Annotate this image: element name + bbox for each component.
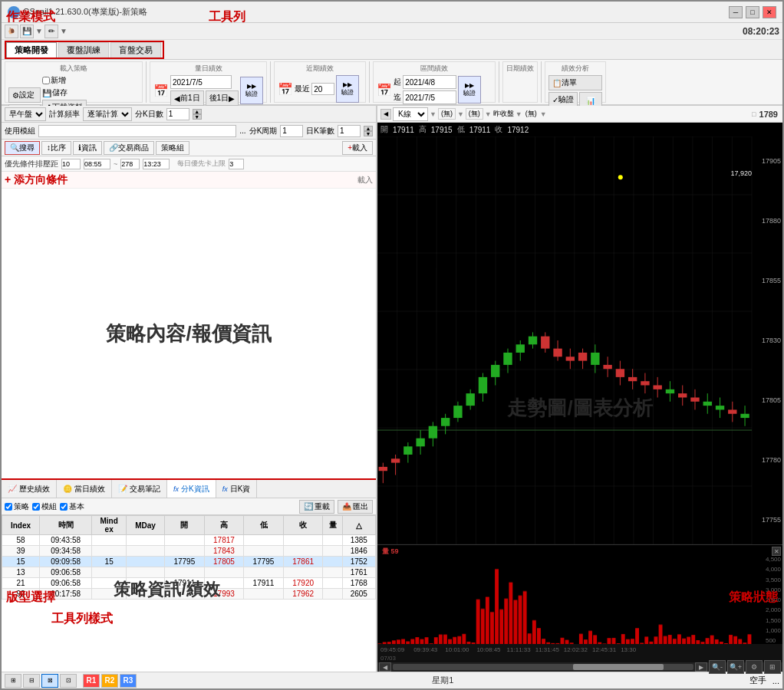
- recent-count-input[interactable]: [311, 83, 334, 95]
- tab-blind-trade[interactable]: 盲盤交易: [110, 42, 161, 58]
- close-val: 17912: [507, 126, 529, 134]
- cond-val1[interactable]: [61, 159, 81, 169]
- tab-trade-notes[interactable]: 📝 交易筆記: [112, 480, 167, 498]
- zoom-in-btn[interactable]: 🔍+: [727, 660, 744, 674]
- cell-mday: [127, 567, 165, 578]
- kline-left-btn[interactable]: ◀: [380, 109, 391, 120]
- config-button[interactable]: ⚙ 設定: [8, 87, 41, 103]
- y-axis: 17905 17880 17855 17830 17805 17780 1775…: [762, 157, 781, 524]
- batch-verify-button[interactable]: ▶▶驗證: [240, 77, 263, 104]
- scroll-right-btn[interactable]: ▶: [695, 662, 707, 672]
- strategy-group-button[interactable]: 策略組: [156, 141, 189, 155]
- ribbon-recent-perf-title: 近期績效: [278, 64, 362, 74]
- period-to-input[interactable]: [403, 90, 456, 104]
- day-k-up[interactable]: ▲: [364, 126, 373, 131]
- scrollbar-track[interactable]: [393, 664, 693, 670]
- search-button[interactable]: 🔍 搜尋: [5, 141, 40, 155]
- chart-scrollbar[interactable]: ◀ ▶ 🔍- 🔍+ ⚙ ⊞: [377, 662, 782, 672]
- period-verify-button[interactable]: ▶▶驗證: [458, 76, 481, 104]
- y-val-2: 17880: [762, 217, 781, 225]
- qtb-edit[interactable]: ✏: [44, 25, 58, 38]
- day-k-input[interactable]: [338, 125, 361, 137]
- tab-mink-info[interactable]: fx 分K資訊: [167, 480, 216, 498]
- prev-day-button[interactable]: ◀ 前1日: [170, 90, 204, 106]
- r1-button[interactable]: R1: [83, 674, 100, 688]
- chart-overlay-label: 走勢圖/圖表分析: [507, 395, 652, 422]
- minimize-button[interactable]: ─: [729, 6, 743, 18]
- scroll-left-btn[interactable]: ◀: [379, 662, 391, 672]
- module-input[interactable]: [38, 125, 236, 137]
- recent-verify-button[interactable]: ▶▶驗證: [336, 75, 359, 103]
- tab-today-perf[interactable]: 🪙 當日績效: [57, 480, 112, 498]
- export-button[interactable]: 📤 匯出: [338, 500, 373, 514]
- load-entry-btn[interactable]: 載入: [357, 175, 373, 186]
- coin-icon: 🪙: [63, 485, 72, 493]
- info-button[interactable]: ℹ 資訊: [73, 141, 102, 155]
- layout-btn-4[interactable]: ⊡: [60, 674, 77, 688]
- calc-freq-select[interactable]: 逐筆計算一般計算: [83, 107, 132, 121]
- basic-checkbox[interactable]: [60, 503, 68, 511]
- layout-btn-1[interactable]: ⊞: [5, 674, 21, 688]
- scrollbar-thumb[interactable]: [573, 664, 664, 670]
- qtb-save[interactable]: 💾: [20, 25, 34, 38]
- verify4-icon: ✓: [552, 96, 558, 104]
- chart-full-btn[interactable]: ⊞: [764, 660, 781, 674]
- batch-date-input[interactable]: [170, 75, 232, 89]
- reload-button[interactable]: 🔄 重載: [299, 500, 334, 514]
- k-days-up[interactable]: ▲: [193, 109, 202, 114]
- day-k-down[interactable]: ▼: [364, 131, 373, 136]
- k-period-input[interactable]: [280, 125, 303, 137]
- verify4-button[interactable]: ✓ 驗證: [548, 92, 578, 107]
- cond-val2[interactable]: [120, 159, 140, 169]
- summary-button[interactable]: 📋 清單: [548, 75, 602, 90]
- zoom-out-btn[interactable]: 🔍-: [709, 660, 726, 674]
- k-days-input[interactable]: [166, 108, 189, 120]
- table-row[interactable]: 1509:09:5815177951780517795178611752: [2, 557, 376, 567]
- cell-time: 09:43:58: [40, 535, 92, 546]
- table-row[interactable]: 1309:06:581761: [2, 567, 376, 578]
- r2-button[interactable]: R2: [101, 674, 118, 688]
- trade-goods-button[interactable]: 🔗 交易商品: [104, 141, 154, 155]
- candlestick-area[interactable]: 17905 17880 17855 17830 17805 17780 1775…: [377, 136, 782, 544]
- tab-history-perf[interactable]: 📈 歷史績效: [2, 480, 57, 498]
- new-checkbox[interactable]: [42, 77, 50, 84]
- cell-low: 17911: [244, 578, 284, 589]
- cond-time1[interactable]: [84, 159, 110, 169]
- tab-replay[interactable]: 覆盤訓練: [58, 42, 109, 58]
- r3-button[interactable]: R3: [120, 674, 137, 688]
- module-checkbox[interactable]: [32, 503, 40, 511]
- next-day-button[interactable]: 後1日 ▶: [206, 90, 239, 106]
- calendar-icon3: 📅: [377, 83, 392, 97]
- cond-time2[interactable]: [143, 159, 170, 169]
- k-period-label: 分K周期: [249, 126, 278, 136]
- qtb-icon1[interactable]: 🐌: [5, 25, 18, 38]
- period-from-input[interactable]: [403, 75, 456, 89]
- ribbon-period-perf: 區間績效 📅 起 迄 ▶▶驗證: [373, 61, 496, 103]
- strategy-checkbox[interactable]: [5, 503, 12, 511]
- tab-dayk-info[interactable]: fx 日K資: [216, 480, 258, 498]
- strategy-content-panel: 策略內容/報價資訊: [2, 189, 376, 480]
- chart-settings-btn[interactable]: ⚙: [746, 660, 763, 674]
- cell-mday: [127, 535, 165, 546]
- bottom-tab-bar: 📈 歷史績效 🪙 當日績效 📝 交易筆記 fx 分K資訊: [2, 480, 376, 498]
- layout-btn-2[interactable]: ⊟: [23, 674, 40, 688]
- session-select[interactable]: 早午盤早盤午盤: [5, 107, 46, 121]
- kline-price: 1789: [758, 110, 779, 119]
- volume-close-btn[interactable]: ✕: [772, 547, 781, 556]
- module-check-label: 模組: [41, 501, 57, 512]
- empty-status: ...: [772, 676, 779, 685]
- close-button[interactable]: ✕: [763, 6, 776, 18]
- layout-btn-3[interactable]: ⊠: [41, 674, 58, 688]
- maximize-button[interactable]: □: [746, 6, 759, 18]
- kline-type-select[interactable]: K線分時: [393, 107, 428, 121]
- sort-button[interactable]: ↕ 比序: [41, 141, 71, 155]
- add-entry-button[interactable]: + 載入: [342, 141, 373, 155]
- tab-strategy-dev[interactable]: 策略開發: [6, 42, 57, 58]
- table-row[interactable]: 5809:43:58178171385: [2, 535, 376, 546]
- cell-idx: 21: [2, 578, 40, 589]
- cond-val3[interactable]: [229, 159, 244, 169]
- trade-icon: 🔗: [109, 143, 118, 152]
- col-index: Index: [2, 516, 40, 535]
- table-row[interactable]: 3909:34:58178431846: [2, 546, 376, 557]
- k-days-down[interactable]: ▼: [193, 114, 202, 120]
